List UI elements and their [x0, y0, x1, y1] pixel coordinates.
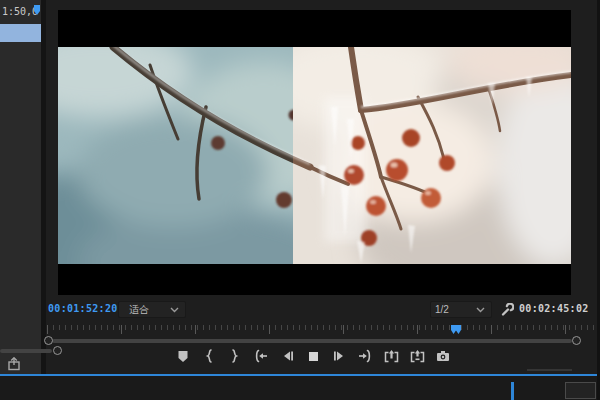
export-frame-button[interactable] — [434, 346, 452, 366]
time-ruler[interactable] — [47, 325, 595, 335]
chevron-down-icon — [170, 307, 179, 313]
mark-in-brace-icon — [205, 349, 213, 363]
step-back-button[interactable] — [278, 346, 296, 366]
mark-out-button[interactable] — [226, 346, 244, 366]
export-icon[interactable] — [7, 357, 21, 371]
adjacent-panel-timecode[interactable]: 1:50,0 — [2, 6, 38, 17]
current-timecode[interactable]: 00:01:52:20 — [48, 303, 118, 314]
go-to-in-button[interactable] — [252, 346, 270, 366]
mark-in-button[interactable] — [200, 346, 218, 366]
adjacent-panel: 1:50,0 — [0, 0, 41, 374]
lift-icon — [384, 349, 399, 363]
bottom-panel-playhead-fragment — [511, 382, 514, 400]
add-marker-button[interactable] — [174, 346, 192, 366]
zoom-handle-left[interactable] — [44, 336, 53, 345]
video-preview-image — [58, 47, 571, 264]
adjacent-panel-zoombar[interactable] — [0, 349, 52, 353]
video-frame — [58, 10, 571, 295]
extract-button[interactable] — [408, 346, 426, 366]
video-preview — [58, 47, 571, 264]
extract-icon — [410, 349, 425, 363]
clip-bar[interactable] — [0, 24, 41, 42]
wrench-icon[interactable] — [500, 303, 514, 317]
mark-out-brace-icon — [231, 349, 239, 363]
fit-zoom-dropdown[interactable]: 适合 — [118, 301, 186, 318]
stop-square-icon — [308, 351, 319, 362]
playhead[interactable] — [451, 325, 461, 335]
transport-controls — [174, 345, 452, 367]
marker-icon — [177, 350, 189, 363]
zoom-handle-right[interactable] — [572, 336, 581, 345]
step-forward-button[interactable] — [330, 346, 348, 366]
duration-timecode: 00:02:45:02 — [519, 303, 589, 314]
bottom-panel — [0, 376, 600, 400]
monitor-controls-row: 00:01:52:20 适合 1/2 00:02:45:02 — [46, 301, 597, 319]
bottom-panel-box-fragment[interactable] — [565, 382, 596, 399]
premiere-program-monitor: 1:50,0 — [0, 0, 600, 400]
step-forward-icon — [333, 350, 346, 362]
playhead-mini-icon — [34, 5, 40, 15]
camera-icon — [436, 350, 450, 362]
step-back-icon — [281, 350, 294, 362]
resolution-label: 1/2 — [435, 304, 476, 315]
adjacent-panel-zoom-handle[interactable] — [53, 346, 62, 355]
program-monitor-panel: 00:01:52:20 适合 1/2 00:02:45:02 — [46, 0, 597, 374]
chevron-down-icon — [476, 307, 485, 313]
go-to-out-button[interactable] — [356, 346, 374, 366]
scrollbar-fragment[interactable] — [527, 369, 572, 371]
fit-zoom-label: 适合 — [129, 303, 170, 317]
play-stop-button[interactable] — [304, 346, 322, 366]
zoom-scroll-bar[interactable] — [52, 339, 572, 343]
go-to-in-icon — [253, 349, 269, 363]
resolution-dropdown[interactable]: 1/2 — [430, 301, 492, 318]
lift-button[interactable] — [382, 346, 400, 366]
go-to-out-icon — [357, 349, 373, 363]
